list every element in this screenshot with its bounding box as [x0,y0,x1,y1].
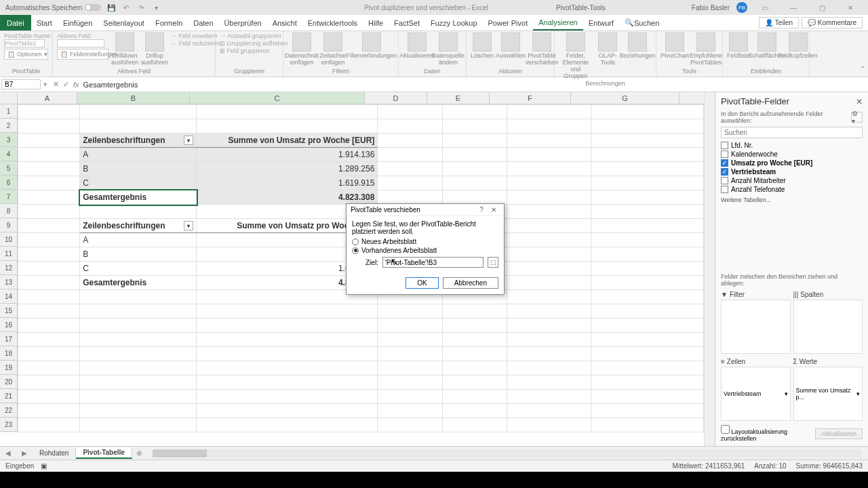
ribbon-display-icon[interactable]: ▭ [754,1,776,14]
cancel-button[interactable]: Abbrechen [443,277,498,289]
clear-button[interactable]: Löschen [471,33,494,60]
dialog-close-icon[interactable]: ✕ [488,206,500,214]
row-header[interactable]: 12 [0,261,17,275]
options-button[interactable]: 📋 Optionen ▾ [4,49,48,60]
horizontal-scrollbar[interactable] [153,449,861,458]
collapse-field-button[interactable]: ← Feld reduzieren [171,40,221,47]
vertical-scrollbar[interactable] [704,92,715,446]
update-button[interactable]: Aktualisieren [815,428,863,439]
more-tables-link[interactable]: Weitere Tabellen... [721,197,863,203]
expand-field-button[interactable]: → Feld erweitern [171,33,221,39]
autosave-toggle[interactable]: Automatisches Speichern [5,4,101,12]
ok-button[interactable]: OK [406,277,438,289]
tab-file[interactable]: Datei [0,15,31,30]
field-settings-button[interactable]: 📋 Feldeinstellungen [57,49,108,60]
ziel-input[interactable] [382,257,484,268]
row-header[interactable]: 13 [0,275,17,289]
values-drop-area[interactable]: Summe von Umsatz p...▾ [793,367,863,421]
row-header[interactable]: 15 [0,304,17,318]
group-field-button[interactable]: ⊞ Feld gruppieren [220,47,279,54]
tab-einfuegen[interactable]: Einfügen [58,15,98,30]
row-header[interactable]: 11 [0,247,17,261]
panel-gear-icon[interactable]: ⚙ ▾ [851,112,863,123]
move-pivot-button[interactable]: PivotTable verschieben [528,33,556,66]
filter-dropdown-icon[interactable]: ▾ [184,221,193,230]
user-avatar[interactable]: FB [736,2,747,13]
row-header[interactable]: 21 [0,389,17,403]
columns-drop-area[interactable] [793,300,863,354]
field-item[interactable]: Kalenderwoche [721,150,863,159]
rows-drop-area[interactable]: Vertriebsteam▾ [721,367,791,421]
row-header[interactable]: 23 [0,418,17,432]
tab-ansicht[interactable]: Ansicht [267,15,302,30]
field-item[interactable]: Anzahl Telefonate [721,185,863,194]
row-header[interactable]: 18 [0,346,17,361]
add-sheet-icon[interactable]: ⊕ [132,449,146,457]
row-header[interactable]: 2 [0,119,17,133]
tab-ueberpruefen[interactable]: Überprüfen [219,15,267,30]
collapse-ribbon-icon[interactable]: ⌃ [860,65,865,73]
timeline-button[interactable]: Zeitachse einfügen [319,33,347,66]
range-selector-icon[interactable]: ⬚ [488,257,498,268]
row-header[interactable]: 17 [0,332,17,346]
comments-button[interactable]: 💬 Kommentare [802,17,863,28]
sheet-nav-prev-icon[interactable]: ◀ [0,449,16,457]
drilldown-button[interactable]: Drilldown ausführen [111,33,138,66]
row-header[interactable]: 9 [0,218,17,232]
tab-hilfe[interactable]: Hilfe [363,15,389,30]
slicer-button[interactable]: Datenschnitt einfügen [288,33,316,66]
row-header[interactable]: 5 [0,161,17,176]
filter-connections-button[interactable]: Filterverbindungen [350,33,393,60]
row-header[interactable]: 10 [0,232,17,247]
col-header-d[interactable]: D [365,92,427,104]
cancel-formula-icon[interactable]: ✕ [53,80,59,89]
row-header[interactable]: 19 [0,361,17,375]
formula-input[interactable]: Gesamtergebnis [79,80,868,89]
undo-icon[interactable]: ↶ [121,3,131,12]
col-header-g[interactable]: G [571,92,679,104]
col-header-c[interactable]: C [190,92,365,104]
panel-close-icon[interactable]: ✕ [856,97,863,106]
row-header[interactable]: 22 [0,403,17,418]
col-header-e[interactable]: E [427,92,490,104]
fx-icon[interactable]: fx [73,81,79,89]
pivotchart-button[interactable]: PivotChart [660,33,689,60]
close-icon[interactable]: ✕ [840,1,861,14]
dialog-help-icon[interactable]: ? [475,206,488,214]
field-item[interactable]: ✓Umsatz pro Woche [EUR] [721,159,863,167]
buttons-toggle-button[interactable]: Schaltflächen [753,33,781,60]
col-header-b[interactable]: B [77,92,190,104]
field-headers-button[interactable]: Feldkopfzeilen [784,33,812,60]
active-field-input[interactable] [57,39,104,47]
select-all-corner[interactable] [0,92,18,104]
field-item[interactable]: Anzahl Mitarbeiter [721,176,863,185]
tab-entwicklertools[interactable]: Entwicklertools [302,15,363,30]
sheet-tab-rohdaten[interactable]: Rohdaten [33,448,76,458]
row-header[interactable]: 6 [0,176,17,190]
select-button[interactable]: Auswählen [496,33,525,60]
group-selection-button[interactable]: → Auswahl gruppieren [220,33,279,39]
field-search-input[interactable] [721,127,863,138]
maximize-icon[interactable]: ▢ [811,1,833,14]
filter-drop-area[interactable] [721,300,791,354]
fields-items-button[interactable]: Felder, Elemente und Gruppen [559,33,593,80]
radio-new-worksheet[interactable]: Neues Arbeitsblatt [352,238,498,245]
qat-dropdown-icon[interactable]: ▾ [151,3,161,12]
tab-daten[interactable]: Daten [188,15,218,30]
minimize-icon[interactable]: — [783,1,804,14]
ungroup-button[interactable]: ⊟ Gruppierung aufheben [220,40,279,47]
tab-formeln[interactable]: Formeln [150,15,188,30]
name-box[interactable] [1,79,41,89]
col-header-f[interactable]: F [490,92,571,104]
row-header[interactable]: 7 [0,190,17,204]
tab-fuzzy[interactable]: Fuzzy Lookup [425,15,482,30]
tab-analysieren[interactable]: Analysieren [533,15,583,30]
tab-powerpivot[interactable]: Power Pivot [483,15,534,30]
macro-record-icon[interactable]: ▣ [41,462,47,470]
sheet-tab-pivot[interactable]: Pivot-Tabelle [76,447,132,459]
row-header[interactable]: 14 [0,289,17,304]
radio-existing-worksheet[interactable]: Vorhandenes Arbeitsblatt [352,247,498,254]
refresh-button[interactable]: Aktualisieren [403,33,431,60]
filter-dropdown-icon[interactable]: ▾ [184,136,193,145]
field-item[interactable]: Lfd. Nr. [721,141,863,150]
